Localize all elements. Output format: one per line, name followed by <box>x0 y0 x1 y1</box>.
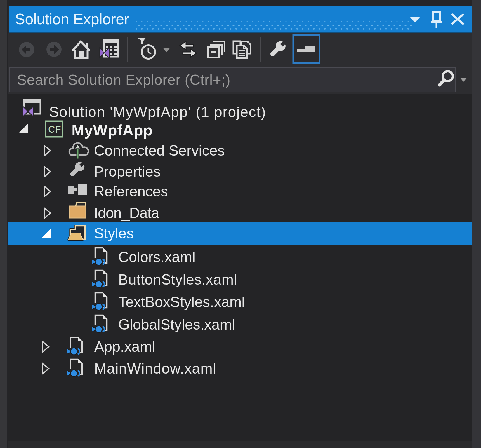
svg-text:CF: CF <box>48 124 61 135</box>
